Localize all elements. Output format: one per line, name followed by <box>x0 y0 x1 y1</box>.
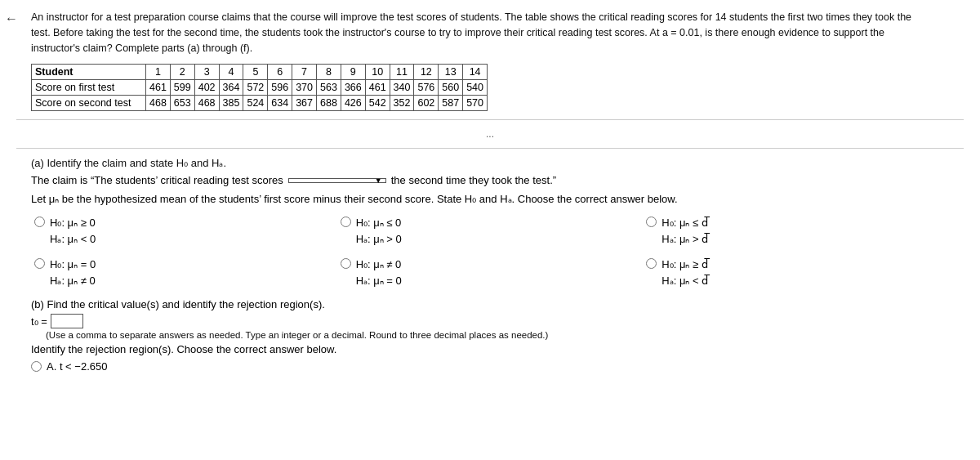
option-f-ha: Hₐ: μₙ < d̅ <box>662 273 708 289</box>
claim-suffix: the second time they took the test.” <box>391 174 556 186</box>
row2-val-2: 653 <box>170 96 194 111</box>
divider2 <box>16 148 964 149</box>
table-header-4: 4 <box>219 65 243 80</box>
intro-text: An instructor for a test preparation cou… <box>31 10 929 56</box>
table-header-14: 14 <box>463 65 488 80</box>
option-f-h0: H₀: μₙ ≥ d̅ <box>662 257 708 273</box>
t0-label: t₀ = <box>31 315 47 328</box>
t0-note: (Use a comma to separate answers as need… <box>46 330 949 340</box>
part-b-section: (b) Find the critical value(s) and ident… <box>31 298 949 310</box>
row1-val-4: 364 <box>219 80 243 96</box>
option-d: H₀: μₙ = 0 Hₐ: μₙ ≠ 0 <box>31 255 337 290</box>
option-a: H₀: μₙ ≥ 0 Hₐ: μₙ < 0 <box>31 213 337 248</box>
row2-label: Score on second test <box>32 96 146 111</box>
row2-val-6: 634 <box>268 96 292 111</box>
row2-val-5: 524 <box>243 96 268 111</box>
option-e-ha: Hₐ: μₙ = 0 <box>356 273 402 289</box>
table-header-1: 1 <box>146 65 171 80</box>
table-header-student: Student <box>32 65 146 80</box>
row1-val-8: 563 <box>317 80 341 96</box>
row1-val-2: 599 <box>170 80 194 96</box>
row1-val-7: 370 <box>292 80 317 96</box>
option-f: H₀: μₙ ≥ d̅ Hₐ: μₙ < d̅ <box>643 255 949 290</box>
row2-val-9: 426 <box>341 96 365 111</box>
option-c-radio[interactable] <box>646 217 657 227</box>
page: ← An instructor for a test preparation c… <box>0 0 980 460</box>
answer-option-a-radio[interactable] <box>31 361 42 372</box>
table-header-5: 5 <box>243 65 268 80</box>
table-header-3: 3 <box>194 65 219 80</box>
row1-val-10: 461 <box>365 80 390 96</box>
let-mu-text: Let μₙ be the hypothesized mean of the s… <box>31 193 949 205</box>
answer-option-a-row: A. t < −2.650 <box>31 360 949 373</box>
dots: ... <box>16 128 964 140</box>
row2-val-10: 542 <box>365 96 390 111</box>
row1-val-9: 366 <box>341 80 365 96</box>
row1-label: Score on first test <box>32 80 146 96</box>
option-f-text: H₀: μₙ ≥ d̅ Hₐ: μₙ < d̅ <box>662 257 708 288</box>
row2-val-4: 385 <box>219 96 243 111</box>
row2-val-8: 688 <box>317 96 341 111</box>
table-header-8: 8 <box>317 65 341 80</box>
option-a-h0: H₀: μₙ ≥ 0 <box>50 215 96 231</box>
table-header-12: 12 <box>414 65 439 80</box>
row1-val-6: 596 <box>268 80 292 96</box>
row1-val-12: 576 <box>414 80 439 96</box>
table-header-6: 6 <box>268 65 292 80</box>
option-a-ha: Hₐ: μₙ < 0 <box>50 231 96 248</box>
option-d-h0: H₀: μₙ = 0 <box>50 257 96 273</box>
option-b: H₀: μₙ ≤ 0 Hₐ: μₙ > 0 <box>337 213 644 248</box>
table-header-9: 9 <box>341 65 365 80</box>
t0-input[interactable] <box>51 314 83 328</box>
option-d-text: H₀: μₙ = 0 Hₐ: μₙ ≠ 0 <box>50 257 96 288</box>
option-b-h0: H₀: μₙ ≤ 0 <box>356 215 402 231</box>
t0-row: t₀ = <box>31 314 964 328</box>
option-e-h0: H₀: μₙ ≠ 0 <box>356 257 402 273</box>
option-f-radio[interactable] <box>646 258 657 269</box>
table-header-11: 11 <box>390 65 414 80</box>
option-a-text: H₀: μₙ ≥ 0 Hₐ: μₙ < 0 <box>50 215 96 247</box>
row2-val-3: 468 <box>194 96 219 111</box>
row2-val-14: 570 <box>463 96 488 111</box>
row1-val-3: 402 <box>194 80 219 96</box>
claim-dropdown[interactable] <box>288 178 386 183</box>
option-c-ha: Hₐ: μₙ > d̅ <box>662 231 708 248</box>
option-a-radio[interactable] <box>34 217 45 227</box>
claim-row: The claim is “The students’ critical rea… <box>31 174 949 186</box>
option-b-ha: Hₐ: μₙ > 0 <box>356 231 402 248</box>
part-b-label: (b) Find the critical value(s) and ident… <box>31 298 325 310</box>
answer-option-a-label: A. t < −2.650 <box>47 360 107 373</box>
row2-val-13: 587 <box>439 96 463 111</box>
row2-val-12: 602 <box>414 96 439 111</box>
identify-rejection-label: Identify the rejection region(s). Choose… <box>31 343 949 355</box>
row1-val-1: 461 <box>146 80 171 96</box>
option-e-text: H₀: μₙ ≠ 0 Hₐ: μₙ = 0 <box>356 257 402 288</box>
back-arrow[interactable]: ← <box>5 11 18 26</box>
hypothesis-options: H₀: μₙ ≥ 0 Hₐ: μₙ < 0 H₀: μₙ ≤ 0 Hₐ: μₙ … <box>31 213 949 290</box>
table-header-2: 2 <box>170 65 194 80</box>
table-header-10: 10 <box>365 65 390 80</box>
data-table: Student 1 2 3 4 5 6 7 8 9 10 11 12 13 14… <box>31 64 488 111</box>
row2-val-7: 367 <box>292 96 317 111</box>
option-e-radio[interactable] <box>341 258 351 269</box>
row1-val-11: 340 <box>390 80 414 96</box>
option-d-ha: Hₐ: μₙ ≠ 0 <box>50 273 96 289</box>
part-a-label: (a) Identify the claim and state H₀ and … <box>31 157 949 169</box>
divider <box>16 119 964 120</box>
row2-val-1: 468 <box>146 96 171 111</box>
option-c-h0: H₀: μₙ ≤ d̅ <box>662 215 708 231</box>
part-a-section: (a) Identify the claim and state H₀ and … <box>31 157 949 290</box>
row1-val-14: 540 <box>463 80 488 96</box>
row2-val-11: 352 <box>390 96 414 111</box>
option-b-text: H₀: μₙ ≤ 0 Hₐ: μₙ > 0 <box>356 215 402 247</box>
option-c: H₀: μₙ ≤ d̅ Hₐ: μₙ > d̅ <box>643 213 949 248</box>
claim-prefix: The claim is “The students’ critical rea… <box>31 174 283 186</box>
table-header-7: 7 <box>292 65 317 80</box>
row1-val-13: 560 <box>439 80 463 96</box>
option-c-text: H₀: μₙ ≤ d̅ Hₐ: μₙ > d̅ <box>662 215 708 247</box>
option-b-radio[interactable] <box>341 217 351 227</box>
table-header-13: 13 <box>439 65 463 80</box>
option-e: H₀: μₙ ≠ 0 Hₐ: μₙ = 0 <box>337 255 644 290</box>
option-d-radio[interactable] <box>34 258 45 269</box>
row1-val-5: 572 <box>243 80 268 96</box>
